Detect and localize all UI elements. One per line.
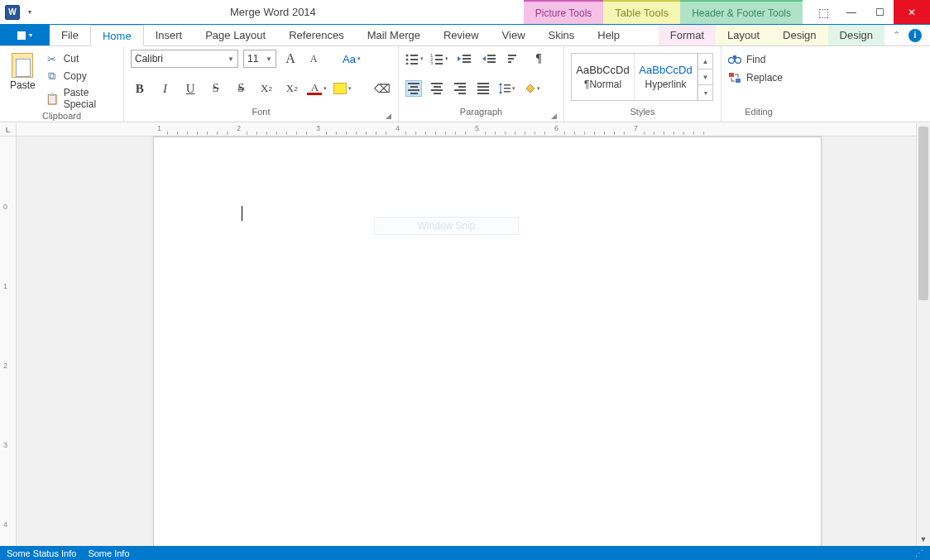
svg-rect-7 — [435, 55, 443, 56]
close-button[interactable]: ✕ — [894, 0, 930, 24]
vertical-scrollbar[interactable]: ▲ ▼ — [916, 123, 930, 546]
ruler-corner[interactable]: L — [0, 123, 16, 136]
italic-button[interactable]: I — [156, 79, 175, 98]
context-tab-header-footer-tools[interactable]: Header & Footer Tools — [680, 0, 803, 24]
styles-scroll-up-icon[interactable]: ▲ — [698, 54, 712, 69]
copy-label: Copy — [64, 70, 87, 82]
tab-mail-merge[interactable]: Mail Merge — [356, 25, 432, 45]
sort-button[interactable] — [505, 50, 523, 68]
paste-special-button[interactable]: 📋 Paste Special — [44, 86, 117, 111]
style-hyperlink[interactable]: AaBbCcDd Hyperlink — [635, 54, 698, 100]
scrollbar-thumb[interactable] — [918, 127, 928, 300]
subtab-design-table[interactable]: Design — [771, 25, 827, 45]
svg-rect-9 — [435, 59, 443, 60]
align-center-button[interactable] — [429, 80, 445, 97]
font-name-value: Calibri — [135, 53, 163, 65]
font-dialog-launcher-icon[interactable]: ◢ — [386, 112, 391, 120]
tab-skins[interactable]: Skins — [537, 25, 587, 45]
subtab-layout[interactable]: Layout — [716, 25, 771, 45]
highlight-button[interactable] — [333, 79, 352, 98]
svg-point-4 — [406, 63, 409, 65]
document-page[interactable]: Window Snip — [153, 136, 822, 546]
svg-rect-13 — [463, 58, 471, 60]
numbering-button[interactable]: 123 — [430, 50, 448, 68]
bullets-button[interactable] — [405, 50, 424, 68]
copy-button[interactable]: ⧉ Copy — [44, 69, 117, 84]
font-color-button[interactable]: A — [308, 79, 326, 98]
scroll-down-icon[interactable]: ▼ — [917, 532, 930, 546]
style-normal[interactable]: AaBbCcDd ¶Normal — [572, 54, 635, 100]
align-right-button[interactable] — [452, 80, 468, 97]
align-left-button[interactable] — [405, 80, 422, 97]
double-strikethrough-button[interactable]: S — [232, 79, 251, 98]
decrease-indent-button[interactable] — [455, 50, 473, 68]
group-label-clipboard: Clipboard — [7, 111, 117, 122]
tab-home[interactable]: Home — [90, 25, 144, 46]
svg-rect-21 — [501, 85, 501, 92]
svg-rect-3 — [410, 59, 418, 60]
help-icon[interactable]: i — [908, 29, 922, 42]
text-cursor — [242, 206, 242, 221]
tab-help[interactable]: Help — [586, 25, 631, 45]
tab-file[interactable]: File — [50, 25, 90, 45]
svg-rect-18 — [508, 55, 516, 56]
window-title: Merge Word 2014 — [230, 0, 316, 24]
tab-page-layout[interactable]: Page Layout — [194, 25, 277, 45]
minimize-button[interactable]: — — [837, 0, 865, 24]
collapse-ribbon-icon[interactable]: ⌃ — [893, 30, 900, 41]
shading-button[interactable] — [523, 79, 541, 98]
svg-rect-17 — [487, 61, 496, 63]
horizontal-ruler[interactable]: 1234567 — [17, 123, 930, 136]
subtab-design-header[interactable]: Design — [828, 25, 884, 45]
indent-icon — [482, 53, 496, 65]
find-button[interactable]: Find — [728, 53, 783, 66]
change-case-button[interactable]: Aa — [343, 50, 361, 68]
grow-font-button[interactable]: A — [281, 50, 300, 68]
strikethrough-button[interactable]: S — [207, 79, 225, 98]
replace-button[interactable]: Replace — [728, 71, 783, 84]
paragraph-dialog-launcher-icon[interactable]: ◢ — [551, 112, 557, 120]
styles-scroll-down-icon[interactable]: ▼ — [698, 69, 712, 85]
qat-customize-icon[interactable]: ▾ — [25, 8, 35, 16]
group-label-paragraph: Paragraph◢ — [405, 107, 557, 122]
context-tab-picture-tools[interactable]: Picture Tools — [524, 0, 603, 24]
context-tab-table-tools[interactable]: Table Tools — [603, 0, 680, 24]
resize-grip-icon[interactable]: ⋰ — [915, 548, 923, 558]
cut-button[interactable]: ✂ Cut — [44, 51, 117, 66]
replace-label: Replace — [746, 72, 783, 84]
app-icon[interactable]: W — [5, 5, 20, 20]
ribbon-display-options-icon[interactable]: ⬚ — [809, 0, 837, 24]
ribbon: Paste ✂ Cut ⧉ Copy 📋 Paste Special Clipb… — [0, 46, 930, 122]
clear-formatting-button[interactable]: ⌫ — [373, 79, 391, 98]
tab-references[interactable]: References — [277, 25, 355, 45]
watermark-overlay: Window Snip — [374, 217, 519, 235]
align-justify-button[interactable] — [475, 80, 491, 97]
svg-point-0 — [406, 55, 409, 57]
increase-indent-button[interactable] — [480, 50, 498, 68]
superscript-button[interactable]: X2 — [257, 79, 276, 98]
line-spacing-button[interactable] — [498, 79, 516, 98]
svg-rect-20 — [508, 61, 511, 63]
view-mode-switch[interactable]: ▾ — [0, 25, 50, 45]
tab-view[interactable]: View — [491, 25, 537, 45]
tab-review[interactable]: Review — [432, 25, 491, 45]
tab-insert[interactable]: Insert — [144, 25, 194, 45]
show-marks-button[interactable]: ¶ — [530, 50, 548, 68]
maximize-button[interactable]: ☐ — [865, 0, 894, 24]
font-name-combo[interactable]: Calibri▼ — [131, 50, 238, 68]
bold-button[interactable]: B — [131, 79, 149, 98]
subscript-button[interactable]: X2 — [283, 79, 301, 98]
bullets-icon — [405, 53, 419, 65]
style-normal-label: ¶Normal — [584, 79, 621, 90]
subtab-format[interactable]: Format — [659, 25, 716, 45]
font-size-combo[interactable]: 11▼ — [243, 50, 276, 68]
underline-button[interactable]: U — [181, 79, 199, 98]
paste-button[interactable]: Paste — [7, 50, 39, 91]
shrink-font-button[interactable]: A — [304, 50, 323, 68]
svg-rect-16 — [487, 58, 496, 60]
status-text-1: Some Status Info — [7, 548, 76, 558]
styles-gallery[interactable]: AaBbCcDd ¶Normal AaBbCcDd Hyperlink ▲ ▼ … — [571, 53, 713, 101]
binoculars-icon — [728, 53, 741, 66]
styles-expand-icon[interactable]: ▾ — [698, 85, 712, 100]
vertical-ruler[interactable]: L 01234 — [0, 123, 17, 546]
